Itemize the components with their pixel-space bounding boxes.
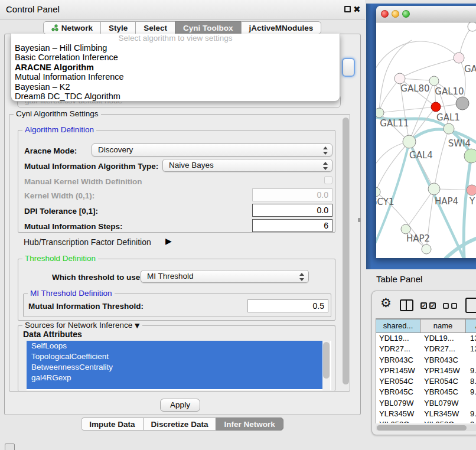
panel-divider-handle[interactable] xyxy=(358,218,361,222)
document-icon[interactable] xyxy=(465,298,476,313)
table-scrollbar-thumb[interactable] xyxy=(377,425,467,431)
table-row[interactable]: YBR043CYBR043C xyxy=(376,355,476,366)
column-layout-icon[interactable] xyxy=(400,299,413,311)
table-row[interactable]: YER054CYER054C8. xyxy=(376,376,476,387)
node-hap2[interactable] xyxy=(401,224,410,234)
node-label: HAP4 xyxy=(435,196,458,207)
apply-button[interactable]: Apply xyxy=(160,399,200,412)
unchecked-checkbox-icon[interactable] xyxy=(443,303,449,309)
node-salmon[interactable] xyxy=(467,185,476,195)
node-label: Y xyxy=(469,196,475,207)
data-attributes-list[interactable]: SelfLoops TopologicalCoefficient Between… xyxy=(27,341,331,390)
node-large-green[interactable] xyxy=(464,149,476,163)
node-hap4[interactable] xyxy=(428,183,440,195)
algorithm-option[interactable]: Basic Correlation Inference xyxy=(11,53,340,62)
node-gal4[interactable] xyxy=(403,135,416,148)
node-gray[interactable] xyxy=(456,97,469,110)
sources-group-label[interactable]: Sources for Network Inference ▼ xyxy=(22,321,142,330)
tab-select-label: Select xyxy=(144,22,167,34)
column-header-name[interactable]: name xyxy=(420,319,466,333)
table-row[interactable]: YBR045CYBR045C9. xyxy=(376,387,476,397)
hub-tf-section-label[interactable]: Hub/Transcription Factor Definition xyxy=(24,237,151,247)
node-gal1-red[interactable] xyxy=(431,102,441,112)
attributes-scrollbar-thumb[interactable] xyxy=(323,342,330,379)
tab-cyni-toolbox[interactable]: Cyni Toolbox xyxy=(175,21,242,34)
algorithm-option[interactable]: Dream8 DC_TDC Algorithm xyxy=(11,92,340,101)
node-swi4[interactable] xyxy=(444,123,454,134)
list-item[interactable]: TopologicalCoefficient xyxy=(27,351,322,362)
cyni-bottom-tabbar: Impute Data Discretize Data Infer Networ… xyxy=(0,418,365,431)
control-panel-title: Control Panel xyxy=(6,0,60,19)
algorithm-option[interactable]: Mutual Information Inference xyxy=(11,72,340,81)
node-attribute-table[interactable]: shared... name A YDL19...YDL19...13 YDR2… xyxy=(376,318,476,423)
network-window-titlebar[interactable] xyxy=(376,6,476,22)
node-unlabeled-bottom[interactable] xyxy=(422,244,431,254)
which-threshold-combobox[interactable]: MI Threshold xyxy=(141,270,309,283)
tab-infer-network[interactable]: Infer Network xyxy=(216,418,283,431)
column-header-shared-name[interactable]: shared... xyxy=(376,319,420,333)
checked-checkbox-icon[interactable]: ✔ xyxy=(429,302,436,309)
mi-threshold-field[interactable]: 0.5 xyxy=(247,299,328,312)
minimize-traffic-light-icon[interactable] xyxy=(392,10,399,18)
node-gal-partial[interactable] xyxy=(454,53,464,63)
checked-checkbox-icon[interactable]: ✔ xyxy=(420,302,427,309)
table-header-row: shared... name A xyxy=(376,319,476,333)
table-row[interactable]: YIL052CYIL052C9 xyxy=(376,419,476,423)
tab-network[interactable]: Network xyxy=(43,21,101,34)
table-row[interactable]: YLR345WYLR345W9. xyxy=(376,409,476,419)
algorithm-combobox-arrows[interactable] xyxy=(342,58,355,77)
tab-jactivemnodules[interactable]: jActiveMNodules xyxy=(241,21,322,34)
table-body[interactable]: YDL19...YDL19...13 YDR27...YDR27...12 YB… xyxy=(376,333,476,423)
attributes-scrollbar[interactable] xyxy=(322,341,330,390)
settings-scrollbar[interactable] xyxy=(342,116,350,389)
manual-kernel-checkbox[interactable] xyxy=(324,176,332,184)
close-traffic-light-icon[interactable] xyxy=(381,10,389,18)
list-item[interactable]: SelfLoops xyxy=(27,341,322,351)
data-attributes-label: Data Attributes xyxy=(23,330,82,339)
tab-impute-data[interactable]: Impute Data xyxy=(81,418,143,431)
node-label: GCY1 xyxy=(376,197,395,207)
tab-infer-network-label: Infer Network xyxy=(224,418,275,431)
algorithm-definition-group: Algorithm Definition Aracne Mode: Discov… xyxy=(18,130,335,233)
kernel-width-field[interactable]: 0.0 xyxy=(252,188,332,201)
table-horizontal-scrollbar[interactable] xyxy=(376,425,476,431)
node-label: SWI4 xyxy=(448,138,471,149)
combo-stepper-icon xyxy=(299,273,304,281)
algorithm-option-selected[interactable]: ARACNE Algorithm xyxy=(11,63,340,72)
node-gal11[interactable] xyxy=(376,108,384,118)
network-graph-canvas[interactable]: GAL GAL80 GAL10 GAL1 GAL11 SWI4 GAL4 GCY… xyxy=(376,22,476,258)
table-row[interactable]: YBL079WYBL079W xyxy=(376,398,476,409)
tab-cyni-toolbox-label: Cyni Toolbox xyxy=(183,22,233,34)
aracne-mode-combobox[interactable]: Discovery xyxy=(92,144,332,156)
which-threshold-value: MI Threshold xyxy=(147,272,194,281)
settings-scrollbar-thumb[interactable] xyxy=(343,118,349,384)
list-item[interactable]: gal4RGexp xyxy=(27,373,322,383)
algorithm-option[interactable]: Bayesian – Hill Climbing xyxy=(11,43,340,53)
list-item[interactable] xyxy=(27,383,322,389)
float-window-icon[interactable] xyxy=(344,6,351,12)
tab-select[interactable]: Select xyxy=(135,21,175,34)
mi-type-combobox[interactable]: Naive Bayes xyxy=(162,159,332,172)
bottom-left-grip-icon[interactable] xyxy=(5,444,15,450)
table-row[interactable]: YDR27...YDR27...12 xyxy=(376,344,476,354)
tab-discretize-data[interactable]: Discretize Data xyxy=(143,418,217,431)
aracne-mode-label: Aracne Mode: xyxy=(24,146,77,155)
expand-right-icon[interactable]: ▶ xyxy=(165,236,172,246)
tab-impute-data-label: Impute Data xyxy=(89,418,135,431)
node-gal10[interactable] xyxy=(429,76,439,86)
network-view-window[interactable]: GAL GAL80 GAL10 GAL1 GAL11 SWI4 GAL4 GCY… xyxy=(376,6,476,258)
list-item[interactable]: BetweennessCentrality xyxy=(27,362,322,373)
table-row[interactable]: YPR145WYPR145W9. xyxy=(376,366,476,376)
gear-icon[interactable]: ⚙ xyxy=(380,296,392,310)
column-header-partial[interactable]: A xyxy=(465,319,476,333)
table-row[interactable]: YDL19...YDL19...13 xyxy=(376,333,476,344)
zoom-traffic-light-icon[interactable] xyxy=(402,10,410,18)
node-gal80[interactable] xyxy=(395,73,405,84)
dpi-tolerance-field[interactable]: 0.0 xyxy=(252,204,332,217)
algorithm-option[interactable]: Bayesian – K2 xyxy=(11,82,340,92)
mi-steps-field[interactable]: 6 xyxy=(252,219,332,232)
close-icon[interactable]: ✖ xyxy=(353,4,361,15)
unchecked-checkbox-icon[interactable] xyxy=(451,303,457,309)
tab-style[interactable]: Style xyxy=(100,21,136,34)
node-unlabeled[interactable] xyxy=(468,22,476,31)
